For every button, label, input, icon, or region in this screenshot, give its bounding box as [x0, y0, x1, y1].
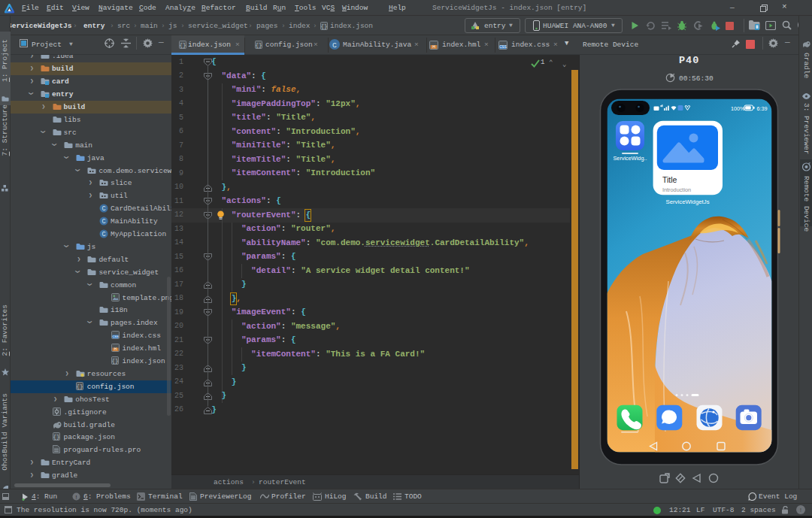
svg-text:ServiceWidgetJs: ServiceWidgetJs [665, 198, 709, 205]
svg-text:ServiceWidg..: ServiceWidg.. [613, 155, 647, 162]
svg-text:100%: 100% [731, 105, 745, 112]
svg-text:6:39: 6:39 [757, 105, 768, 112]
svg-text:C: C [332, 41, 337, 50]
svg-text:!: ! [74, 494, 78, 501]
svg-text:Introduction: Introduction [662, 186, 691, 193]
svg-text:Title: Title [662, 175, 677, 184]
svg-text:!: ! [799, 507, 803, 513]
